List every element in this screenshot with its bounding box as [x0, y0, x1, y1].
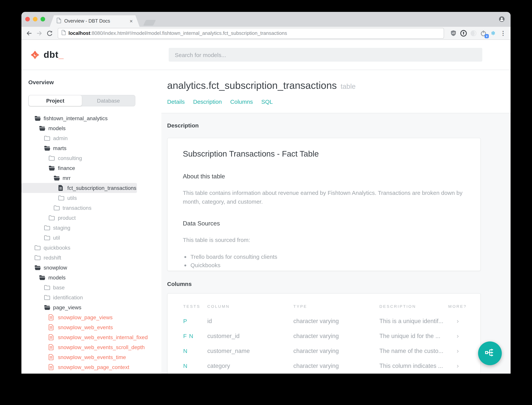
column-header-type: TYPE [293, 304, 379, 309]
tree-item-label: utils [67, 195, 77, 201]
avatar-icon[interactable] [498, 16, 505, 24]
browser-tab-strip: Overview - DBT Docs × [21, 12, 511, 27]
sidebar-tab-project[interactable]: Project [29, 95, 82, 106]
power-extension-icon[interactable]: x [479, 29, 487, 37]
tree-item-utils[interactable]: utils [21, 193, 161, 203]
folder-icon [44, 225, 50, 230]
tree-item-models[interactable]: models [21, 123, 161, 133]
table-row-customer_id[interactable]: F N customer_id character varying The un… [183, 329, 480, 343]
url-bar[interactable]: localhost:8080/index.html#!/model/model.… [58, 28, 444, 39]
tree-item-redshift[interactable]: redshift [21, 253, 161, 263]
tree-item-label: transactions [63, 205, 92, 211]
zoom-window-button[interactable] [40, 17, 45, 21]
tree-item-product[interactable]: product [21, 213, 161, 223]
ghostery-extension-icon[interactable] [470, 29, 477, 37]
file-icon [49, 344, 55, 350]
tree-item-quickbooks[interactable]: quickbooks [21, 243, 161, 253]
file-icon [49, 354, 55, 360]
chevron-right-icon[interactable]: › [448, 317, 480, 325]
tree-item-label: base [53, 284, 65, 290]
search-input[interactable] [169, 48, 482, 62]
nav-link-details[interactable]: Details [167, 98, 185, 105]
close-tab-icon[interactable]: × [130, 18, 133, 24]
tree-item-admin[interactable]: admin [21, 133, 161, 143]
tree-item-transactions[interactable]: transactions [21, 203, 161, 213]
close-window-button[interactable] [25, 17, 30, 21]
minimize-window-button[interactable] [33, 17, 38, 21]
tree-item-base[interactable]: base [21, 283, 161, 292]
tree-item-page_views[interactable]: page_views [21, 302, 161, 312]
dbt-logo-underscore: _ [59, 49, 64, 60]
tree-item-label: models [48, 275, 66, 281]
data-sources-heading: Data Sources [183, 220, 465, 227]
tree-item-finance[interactable]: finance [21, 163, 161, 173]
tree-item-label: page_views [53, 304, 81, 310]
browser-window: Overview - DBT Docs × loca [21, 12, 511, 374]
tree-item-label: snowplow_web_events [58, 324, 113, 330]
table-row-customer_name[interactable]: N customer_name character varying The na… [183, 344, 480, 358]
model-type-label: table [341, 83, 355, 90]
lineage-graph-fab[interactable] [478, 341, 502, 365]
file-icon [49, 364, 55, 370]
browser-tab[interactable]: Overview - DBT Docs × [50, 15, 140, 27]
page-title: analytics.fct_subscription_transactionst… [167, 79, 511, 93]
column-name: customer_id [207, 332, 293, 339]
dbt-logo-icon [30, 50, 40, 60]
tab-favicon-document-icon [57, 17, 61, 25]
nav-link-sql[interactable]: SQL [261, 98, 273, 105]
main-panel: analytics.fct_subscription_transactionst… [161, 70, 511, 374]
tree-item-util[interactable]: util [21, 233, 161, 243]
tree-item-label: staging [53, 225, 70, 231]
table-row-id[interactable]: P id character varying This is a unique … [183, 314, 480, 328]
tests-badge[interactable]: N [183, 348, 207, 354]
nav-link-description[interactable]: Description [193, 98, 222, 105]
tree-item-marts[interactable]: marts [21, 143, 161, 153]
forward-icon[interactable] [36, 29, 43, 37]
column-header-more: MORE? [448, 304, 480, 309]
column-header-column: COLUMN [207, 304, 293, 309]
browser-menu-icon[interactable]: ⋮ [499, 29, 507, 37]
tests-badge[interactable]: N [183, 363, 207, 369]
tree-item-fct_subscription_transactions[interactable]: fct_subscription_transactions [21, 183, 137, 193]
overview-heading[interactable]: Overview [28, 79, 161, 85]
dbt-logo[interactable]: dbt_ [30, 40, 64, 70]
tree-item-staging[interactable]: staging [21, 223, 161, 233]
description-card: Subscription Transactions - Fact Table A… [167, 138, 481, 271]
tests-badge[interactable]: F N [183, 333, 207, 339]
tree-item-label: snowplow_web_events_scroll_depth [58, 344, 145, 350]
file-icon [58, 185, 64, 191]
chevron-right-icon[interactable]: › [448, 332, 480, 340]
column-description: This column indicates ... [379, 362, 448, 369]
file-icon [49, 324, 55, 330]
tree-item-snowplow_web_events_time[interactable]: snowplow_web_events_time [21, 352, 161, 362]
tree-item-mrr[interactable]: mrr [21, 173, 161, 183]
tree-item-snowplow_page_views[interactable]: snowplow_page_views [21, 312, 161, 322]
tests-badge[interactable]: P [183, 318, 207, 324]
tree-item-snowplow_web_events_internal_fixed[interactable]: snowplow_web_events_internal_fixed [21, 332, 161, 342]
chevron-right-icon[interactable]: › [448, 347, 480, 355]
onepassword-extension-icon[interactable] [460, 29, 467, 37]
folder-icon [58, 195, 64, 201]
folder-icon [34, 255, 40, 260]
snowflake-extension-icon[interactable]: ❄ [490, 29, 497, 37]
ublock-extension-icon[interactable]: uO [450, 29, 457, 37]
folder-open-icon [39, 275, 45, 280]
tree-item-snowplow_web_events[interactable]: snowplow_web_events [21, 322, 161, 332]
sidebar-tab-database[interactable]: Database [82, 95, 135, 106]
tree-item-models[interactable]: models [21, 273, 161, 283]
tree-item-snowplow_web_events_scroll_depth[interactable]: snowplow_web_events_scroll_depth [21, 342, 161, 352]
new-tab-button[interactable] [143, 20, 156, 26]
description-heading: Subscription Transactions - Fact Table [183, 149, 465, 159]
folder-icon [34, 245, 40, 250]
chevron-right-icon[interactable]: › [448, 362, 480, 370]
table-row-category[interactable]: N category character varying This column… [183, 359, 480, 372]
refresh-icon[interactable] [46, 29, 53, 37]
tree-item-consulting[interactable]: consulting [21, 153, 161, 163]
tree-item-snowplow[interactable]: snowplow [21, 263, 161, 273]
tree-item-snowplow_web_page_context[interactable]: snowplow_web_page_context [21, 362, 161, 372]
back-icon[interactable] [25, 29, 33, 37]
tree-item-identification[interactable]: identification [21, 292, 161, 302]
nav-link-columns[interactable]: Columns [230, 98, 253, 105]
tree-item-fishtown_internal_analytics[interactable]: fishtown_internal_analytics [21, 113, 161, 123]
extension-badge: x [485, 34, 489, 38]
